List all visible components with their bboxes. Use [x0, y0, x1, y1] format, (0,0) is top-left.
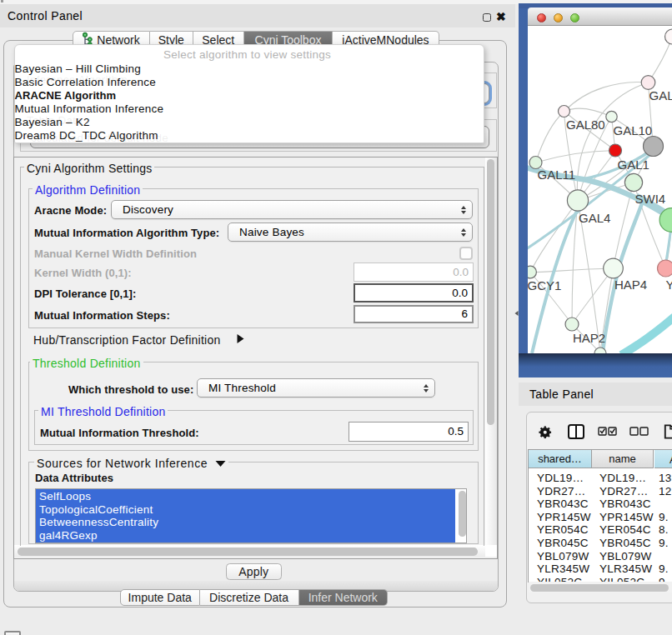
svg-text:GAL80: GAL80	[566, 118, 605, 132]
svg-text:HAP2: HAP2	[573, 331, 605, 345]
svg-text:YJ: YJ	[666, 278, 672, 292]
svg-text:GAL10: GAL10	[614, 123, 653, 138]
svg-text:HAP4: HAP4	[614, 278, 647, 292]
svg-text:GAL4: GAL4	[579, 211, 610, 225]
svg-text:SWI4: SWI4	[635, 192, 666, 206]
svg-text:GAL7: GAL7	[649, 88, 672, 102]
svg-text:GAL1: GAL1	[618, 158, 649, 172]
svg-text:GAL11: GAL11	[538, 168, 576, 182]
svg-text:GCY1: GCY1	[528, 278, 561, 292]
